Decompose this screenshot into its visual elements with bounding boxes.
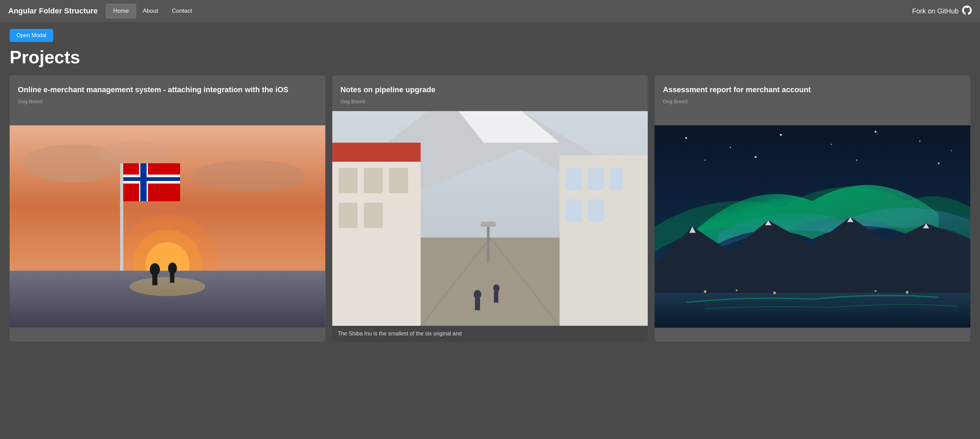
svg-rect-9 xyxy=(120,163,123,270)
card-title-3: Assessment report for merchant account xyxy=(663,85,962,95)
svg-rect-14 xyxy=(123,177,180,181)
svg-marker-30 xyxy=(332,143,421,162)
svg-rect-37 xyxy=(494,291,498,302)
svg-point-51 xyxy=(919,140,921,142)
card-image-3 xyxy=(655,111,970,342)
section-title: Projects xyxy=(10,48,970,67)
svg-rect-42 xyxy=(610,168,623,190)
card-image-1 xyxy=(10,111,325,342)
svg-point-8 xyxy=(130,277,205,296)
card-text-area-3: Assessment report for merchant account D… xyxy=(655,75,970,111)
svg-rect-19 xyxy=(170,273,175,283)
svg-point-66 xyxy=(875,290,877,292)
card-description-2: The Shiba Inu is the smallest of the six… xyxy=(332,326,648,342)
svg-point-36 xyxy=(493,284,499,292)
svg-rect-24 xyxy=(339,168,357,193)
nav-link-about[interactable]: About xyxy=(136,4,165,18)
cards-grid: Online e-merchant management system - at… xyxy=(10,75,970,342)
navbar: Angular Folder Structure Home About Cont… xyxy=(0,0,980,22)
card-title-2: Notes on pipeline upgrade xyxy=(340,85,640,95)
project-card-2: Notes on pipeline upgrade Dog Breed xyxy=(332,75,648,342)
svg-point-64 xyxy=(736,289,738,291)
card-text-area-2: Notes on pipeline upgrade Dog Breed xyxy=(332,75,648,111)
svg-point-54 xyxy=(755,156,757,158)
svg-point-63 xyxy=(704,291,706,293)
nav-link-contact[interactable]: Contact xyxy=(165,4,199,18)
svg-rect-39 xyxy=(480,222,495,227)
svg-point-67 xyxy=(906,291,908,294)
svg-point-3 xyxy=(193,160,307,192)
main-content: Open Modal Projects Online e-merchant ma… xyxy=(0,22,980,348)
svg-rect-62 xyxy=(655,293,970,327)
svg-point-34 xyxy=(474,290,481,299)
svg-rect-25 xyxy=(364,168,383,193)
svg-point-16 xyxy=(150,263,160,276)
svg-point-18 xyxy=(168,262,177,274)
svg-point-46 xyxy=(685,137,687,139)
fork-on-github[interactable]: Fork on GitHub xyxy=(912,5,972,17)
svg-point-65 xyxy=(773,291,776,294)
svg-rect-15 xyxy=(140,163,146,201)
svg-rect-31 xyxy=(421,237,559,326)
svg-point-52 xyxy=(951,150,952,152)
svg-point-2 xyxy=(98,141,173,166)
svg-rect-40 xyxy=(566,168,581,190)
svg-rect-27 xyxy=(339,203,357,228)
svg-point-56 xyxy=(938,163,940,164)
project-card-1: Online e-merchant management system - at… xyxy=(10,75,325,342)
navbar-left: Angular Folder Structure Home About Cont… xyxy=(8,4,199,18)
svg-rect-17 xyxy=(152,274,158,285)
card-text-area-1: Online e-merchant management system - at… xyxy=(10,75,325,111)
svg-rect-35 xyxy=(475,298,480,310)
project-card-3: Assessment report for merchant account D… xyxy=(655,75,970,342)
nav-link-home[interactable]: Home xyxy=(106,4,136,18)
svg-point-49 xyxy=(831,144,832,145)
nav-links: Home About Contact xyxy=(106,4,199,18)
card-category-2: Dog Breed xyxy=(340,98,640,104)
card-title-1: Online e-merchant management system - at… xyxy=(18,85,317,95)
svg-rect-41 xyxy=(588,168,604,190)
github-icon xyxy=(962,5,972,17)
fork-github-label: Fork on GitHub xyxy=(912,7,959,15)
svg-point-47 xyxy=(730,147,731,148)
svg-rect-44 xyxy=(588,200,604,222)
svg-rect-26 xyxy=(389,168,408,193)
svg-rect-38 xyxy=(487,225,489,262)
card-image-2 xyxy=(332,111,648,326)
svg-point-50 xyxy=(875,131,877,133)
svg-point-48 xyxy=(780,134,782,136)
navbar-brand: Angular Folder Structure xyxy=(8,6,98,16)
svg-rect-28 xyxy=(364,203,383,228)
open-modal-button[interactable]: Open Modal xyxy=(10,29,53,42)
svg-point-55 xyxy=(856,159,858,161)
svg-rect-43 xyxy=(566,200,581,222)
svg-point-53 xyxy=(705,159,706,161)
card-category-3: Dog Breed xyxy=(663,98,962,104)
card-category-1: Dog Breed xyxy=(18,98,317,104)
